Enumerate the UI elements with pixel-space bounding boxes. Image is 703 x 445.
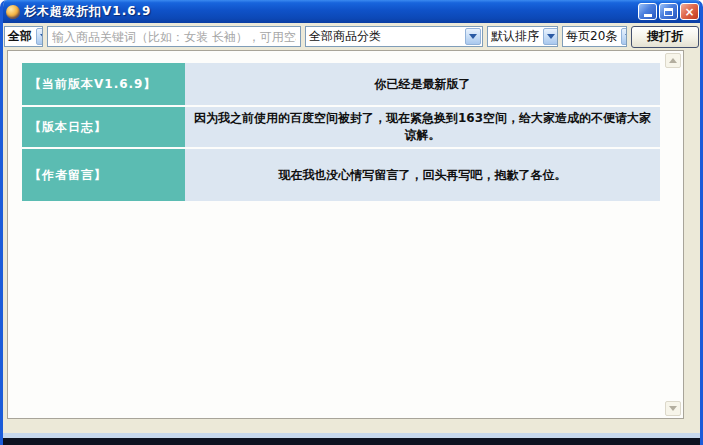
titlebar: 杉木超级折扣V1.6.9 × [0,0,703,23]
maximize-button[interactable] [659,3,678,20]
category-select[interactable]: 全部商品分类 [305,26,483,47]
info-table: 【当前版本V1.6.9】 你已经是最新版了 【版本日志】 因为我之前使用的百度空… [22,63,683,201]
window-controls: × [638,3,699,20]
chevron-up-icon [669,58,677,63]
chevron-down-glyph [625,34,627,39]
minimize-button[interactable] [638,3,657,20]
table-row: 【当前版本V1.6.9】 你已经是最新版了 [22,63,683,105]
chevron-down-glyph [40,34,43,39]
chevron-down-glyph [469,34,477,39]
close-button[interactable]: × [680,3,699,20]
chevron-down-icon[interactable] [465,28,481,45]
row-text-current-version: 你已经是最新版了 [185,63,660,105]
scroll-down-button[interactable] [665,401,681,416]
row-label-author-message: 【作者留言】 [22,149,185,201]
keyword-search-input[interactable] [47,26,301,47]
row-text-changelog: 因为我之前使用的百度空间被封了，现在紧急换到163空间，给大家造成的不便请大家谅… [185,107,660,147]
chevron-down-icon[interactable] [621,28,627,45]
row-label-current-version: 【当前版本V1.6.9】 [22,63,185,105]
window-title: 杉木超级折扣V1.6.9 [24,3,638,20]
chevron-down-icon [669,406,677,411]
app-icon [6,5,20,19]
page-size-select[interactable]: 每页20条 [562,26,627,47]
bottom-gap [3,419,700,433]
maximize-icon [664,8,673,16]
page-size-select-value: 每页20条 [563,28,620,45]
category-select-value: 全部商品分类 [306,28,464,45]
row-label-changelog: 【版本日志】 [22,107,185,147]
search-discount-button[interactable]: 搜打折 [631,26,699,48]
app-window: 杉木超级折扣V1.6.9 × 全部 全部商品分类 默认排序 [0,0,703,445]
close-icon: × [684,6,694,18]
minimize-icon [644,14,652,17]
row-text-author-message: 现在我也没心情写留言了，回头再写吧，抱歉了各位。 [185,149,660,201]
table-row: 【作者留言】 现在我也没心情写留言了，回头再写吧，抱歉了各位。 [22,149,683,201]
content-panel: 【当前版本V1.6.9】 你已经是最新版了 【版本日志】 因为我之前使用的百度空… [7,50,684,419]
table-row: 【版本日志】 因为我之前使用的百度空间被封了，现在紧急换到163空间，给大家造成… [22,107,683,147]
sort-select-value: 默认排序 [488,28,542,45]
chevron-down-icon[interactable] [543,28,558,45]
chevron-down-icon[interactable] [36,28,43,45]
bottom-dark-strip [0,438,703,445]
scope-select[interactable]: 全部 [4,26,43,47]
sort-select[interactable]: 默认排序 [487,26,558,47]
vertical-scrollbar[interactable] [664,53,681,416]
scroll-up-button[interactable] [665,53,681,68]
chevron-down-glyph [547,34,555,39]
scope-select-value: 全部 [5,28,35,45]
search-toolbar: 全部 全部商品分类 默认排序 每页20条 搜打折 [3,23,700,50]
